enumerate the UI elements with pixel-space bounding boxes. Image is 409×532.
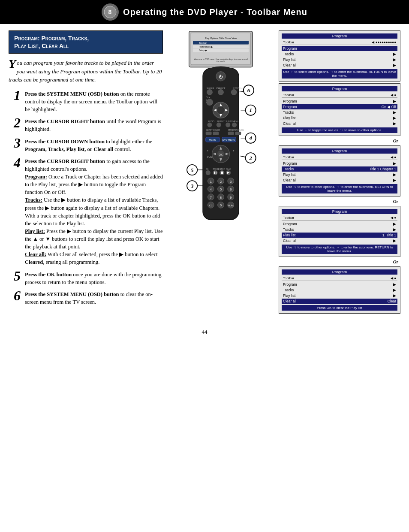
svg-point-36 <box>217 123 221 127</box>
svg-point-64 <box>213 170 217 175</box>
step-2-content: Press the CURSOR RIGHT button until the … <box>25 118 163 133</box>
svg-text:⏻: ⏻ <box>219 75 223 79</box>
svg-text:3: 3 <box>190 183 194 189</box>
screen4-title: Program <box>282 209 397 214</box>
svg-point-34 <box>207 123 212 127</box>
steps-container: 1 Press the SYSTEM MENU (OSD) button on … <box>9 90 163 306</box>
left-column: Program: Program, Tracks, Play List, Cle… <box>9 30 163 314</box>
screen1-row-program: Program <box>282 46 397 51</box>
svg-text:OK: OK <box>206 168 209 170</box>
svg-text:1: 1 <box>249 107 252 113</box>
svg-text:+: + <box>233 149 235 152</box>
svg-text:Toolbar: Toolbar <box>199 42 207 44</box>
screen2-row-program: Program▶ <box>282 99 397 104</box>
screenshot-4: Program Toolbar◀ ● Program▶ Tracks▶ Play… <box>279 206 400 257</box>
screenshot-3: Program Toolbar◀ ● Program▶ TracksTitle … <box>279 145 400 196</box>
svg-rect-45 <box>228 132 234 135</box>
screen5-status: Press OK to clear the Play list <box>282 305 397 311</box>
svg-text:Preferences ▶: Preferences ▶ <box>199 45 213 48</box>
svg-text:VOL: VOL <box>207 155 213 158</box>
step-5: 5 Press the OK button once you are done … <box>9 271 163 286</box>
screen4-row-tracks: Tracks▶ <box>282 227 397 232</box>
screen2-row-tracks: Tracks▶ <box>282 110 397 115</box>
right-column: Program Toolbar◀ ●●●●●●●●●● Program Trac… <box>279 30 400 314</box>
screen1-toolbar: Toolbar◀ ●●●●●●●●●● <box>282 40 397 45</box>
screen3-title: Program <box>282 148 397 154</box>
screen4-row-clearall: Clear all▶ <box>282 238 397 243</box>
header-logo-icon: 8 <box>102 3 119 21</box>
step-5-content: Press the OK button once you are done wi… <box>25 271 163 286</box>
step-1-content: Press the SYSTEM MENU (OSD) button on th… <box>25 90 163 113</box>
step-5-number: 5 <box>9 269 21 283</box>
svg-text:CC: CC <box>209 204 213 207</box>
screenshot-2: Program Toolbar◀ ● Program▶ ProgramOn ◀ … <box>279 83 400 136</box>
screen1-title: Program <box>282 33 397 39</box>
remote-control-image: Play Options Slide Show View Toolbar Pre… <box>176 30 266 254</box>
svg-point-38 <box>226 123 230 127</box>
svg-rect-46 <box>235 132 241 135</box>
screen2-row-program-val: ProgramOn ◀ Off <box>282 104 397 109</box>
svg-text:6: 6 <box>230 187 232 191</box>
svg-text:CH▲: CH▲ <box>206 97 211 99</box>
screenshot-5: Program Toolbar◀ ● Program▶ Tracks▶ Play… <box>279 266 400 314</box>
or-divider-2: Or <box>279 198 400 204</box>
screen3-row-program: Program▶ <box>282 161 397 166</box>
screen3-row-playlist: Play list▶ <box>282 172 397 177</box>
screen1-status: Use ← to select other options. → to ente… <box>282 69 397 79</box>
or-divider-3: Or <box>279 259 400 265</box>
svg-text:MENU: MENU <box>209 139 216 141</box>
screen5-row-clearall: Clear allClear <box>282 299 397 304</box>
step-3-content: Press the CURSOR DOWN button to highligh… <box>25 138 163 153</box>
svg-text:8: 8 <box>220 196 222 200</box>
svg-point-26 <box>207 99 213 106</box>
svg-text:8: 8 <box>108 9 112 15</box>
screen5-row-tracks: Tracks▶ <box>282 287 397 293</box>
svg-text:the menu.: the menu. <box>217 60 226 63</box>
screen1-row-clearall: Clear all▶ <box>282 63 397 68</box>
screenshot-1: Program Toolbar◀ ●●●●●●●●●● Program Trac… <box>279 30 400 82</box>
screen1-row-tracks: Tracks▶ <box>282 51 397 57</box>
screen1-row-playlist: Play list▶ <box>282 57 397 62</box>
screen2-toolbar: Toolbar◀ ● <box>282 93 397 98</box>
svg-text:4: 4 <box>210 187 212 191</box>
svg-text:5: 5 <box>191 167 194 173</box>
screen4-row-playlist: Play list1. Title 1 <box>282 233 397 238</box>
intro-text: You can program your favorite tracks to … <box>9 59 163 84</box>
svg-rect-69 <box>221 172 223 174</box>
svg-rect-66 <box>216 172 217 174</box>
page-header: 8 Operating the DVD Player - Toolbar Men… <box>0 0 409 24</box>
screen4-row-program: Program▶ <box>282 221 397 227</box>
screen3-status: Use ↑↓ to move to other options. → to en… <box>282 184 397 193</box>
screen3-toolbar: Toolbar◀ ● <box>282 155 397 160</box>
intro-body: ou can program your favorite tracks to b… <box>9 60 162 83</box>
section-title-line2: Play List, Clear All <box>14 42 69 49</box>
svg-rect-65 <box>214 172 215 174</box>
screen2-status: Use ← to toggle the values. ↑↓ to move t… <box>282 127 397 133</box>
svg-text:3: 3 <box>230 180 232 184</box>
svg-text:+: + <box>207 149 209 152</box>
svg-text:MENU: MENU <box>233 121 239 123</box>
svg-text:2: 2 <box>220 180 222 184</box>
step-6-content: Press the SYSTEM MENU (OSD) button to cl… <box>25 290 163 306</box>
step-4-content: Press the CURSOR RIGHT button to gain ac… <box>25 157 163 266</box>
svg-point-28 <box>217 106 225 114</box>
screen5-toolbar: Toolbar◀ ● <box>282 276 397 281</box>
screen5-row-playlist: Play list▶ <box>282 293 397 298</box>
svg-text:REPEAT: REPEAT <box>217 121 225 123</box>
section-title-line1: Program: Program, Tracks, <box>14 35 89 42</box>
svg-text:4: 4 <box>249 135 252 141</box>
screen5-row-program: Program▶ <box>282 282 397 287</box>
dropcap: Y <box>9 59 16 69</box>
screen5-title: Program <box>282 269 397 275</box>
step-6: 6 Press the SYSTEM MENU (OSD) button to … <box>9 290 163 306</box>
svg-text:2: 2 <box>249 155 252 161</box>
svg-text:Welcome to DVD menu. Use navig: Welcome to DVD menu. Use navigation keys… <box>194 58 248 60</box>
svg-text:SMART COLOR: SMART COLOR <box>206 129 220 131</box>
svg-point-62 <box>206 170 211 175</box>
svg-text:SMART PICTURE: SMART PICTURE <box>228 129 244 131</box>
svg-text:9: 9 <box>230 196 232 200</box>
step-2-number: 2 <box>9 116 21 130</box>
svg-text:PAUSE: PAUSE <box>213 168 219 170</box>
svg-text:7: 7 <box>210 196 212 200</box>
screen3-row-clearall: Clear all▶ <box>282 178 397 183</box>
